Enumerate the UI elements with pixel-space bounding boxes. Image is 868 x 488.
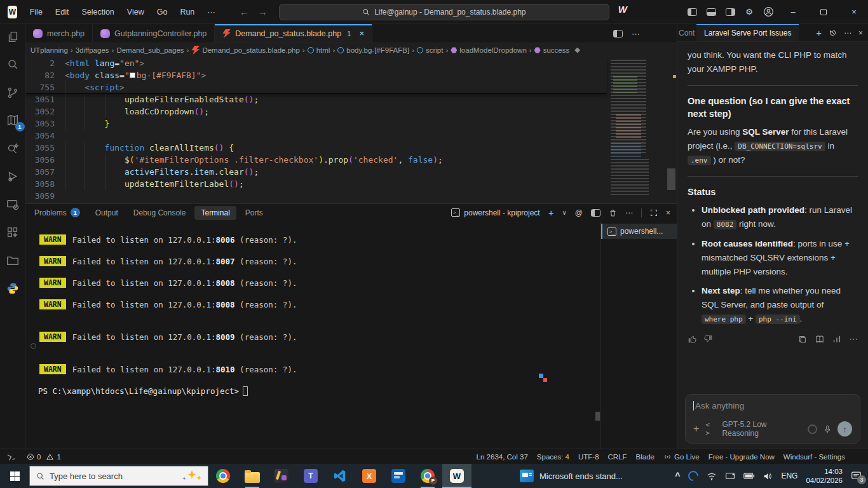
gear-icon[interactable]: ⚙ [741, 4, 757, 20]
code-line[interactable]: 3055function clearAllItems() { [25, 142, 607, 154]
breadcrumb-item[interactable]: UTplanning [31, 46, 68, 54]
code-line[interactable]: 82<body class="bg-[#F9FAFB]"> [25, 69, 607, 81]
menu-run[interactable]: Run [173, 3, 201, 21]
taskbar-teams-icon[interactable]: T [296, 464, 325, 488]
bell-icon[interactable] [853, 452, 862, 461]
breadcrumb-item[interactable]: success [534, 46, 570, 54]
extensions-icon[interactable] [5, 225, 20, 240]
command-decoration[interactable] [31, 343, 36, 349]
insights-icon[interactable] [832, 335, 841, 344]
breadcrumb[interactable]: UTplanning›3diffpages›Demand_sub_pages›D… [25, 43, 677, 57]
panel-tab-ports[interactable]: Ports [239, 206, 269, 220]
breadcrumb-item[interactable]: html [308, 46, 330, 54]
terminal-scrollbar[interactable] [595, 412, 600, 421]
taskbar-windsurf-icon[interactable]: W [442, 464, 471, 488]
source-control-icon[interactable] [5, 85, 20, 100]
code-line[interactable]: 3052loadCcDropdown(); [25, 105, 607, 118]
new-chat-icon[interactable]: + [816, 27, 822, 38]
new-terminal-icon[interactable]: + [548, 207, 554, 218]
editor-scrollbar[interactable] [665, 57, 677, 203]
battery-icon[interactable] [743, 472, 755, 480]
code-line[interactable]: 3056$('#itemFilterOptions .filter-checkb… [25, 154, 607, 166]
panel-tab-debug-console[interactable]: Debug Console [127, 206, 193, 220]
scrollbar-thumb[interactable] [667, 168, 675, 190]
code-line[interactable]: 755<script> [25, 81, 607, 93]
at-icon[interactable]: @ [575, 208, 583, 217]
close-panel-icon[interactable]: × [666, 208, 670, 217]
breadcrumb-item[interactable]: loadModelDropdown [451, 46, 526, 54]
status-crlf[interactable]: CRLF [604, 450, 632, 464]
code-line[interactable]: 3051updateFilterEnabledState(); [25, 93, 607, 105]
split-terminal-icon[interactable] [591, 209, 600, 217]
tab-Demand_po_status.blade.php[interactable]: Demand_po_status.blade.php1× [215, 24, 372, 43]
taskbar-clock[interactable]: 14:03 04/02/2026 [806, 467, 843, 485]
problems-indicator[interactable]: 0 1 [22, 450, 65, 464]
menu-[interactable]: ··· [201, 3, 222, 21]
nav-back-icon[interactable]: ← [240, 6, 249, 17]
terminal-tab-powershell[interactable]: >_ powershell... [601, 224, 677, 239]
breadcrumb-item[interactable]: Demand_po_status.blade.php [191, 46, 299, 55]
news-widget[interactable]: Microsoft ends stand... [520, 464, 623, 488]
run-debug-icon[interactable] [5, 169, 20, 184]
menu-edit[interactable]: Edit [49, 3, 76, 21]
restore-button[interactable] [810, 0, 837, 24]
message-more-icon[interactable]: ⋯ [850, 332, 858, 346]
send-button[interactable]: ↑ [837, 421, 852, 437]
code-line[interactable]: 3057activeFilters.item.clear(); [25, 166, 607, 178]
project-folder-icon[interactable] [5, 253, 20, 268]
tab-merch.php[interactable]: merch.php [25, 24, 93, 43]
chat-tab-active[interactable]: Laravel Serve Port Issues [696, 24, 799, 42]
toggle-panel-icon[interactable] [703, 4, 719, 20]
status-free-upgrade-now[interactable]: Free - Upgrade Now [704, 450, 779, 464]
terminal-dropdown-icon[interactable]: ∨ [562, 209, 566, 216]
status-go-live[interactable]: Go Live [659, 450, 704, 464]
menu-selection[interactable]: Selection [75, 3, 120, 21]
live-preview-icon[interactable] [5, 197, 20, 212]
status-ln-2634-col-37[interactable]: Ln 2634, Col 37 [472, 450, 532, 464]
chat-close-icon[interactable]: × [858, 29, 863, 37]
code-line[interactable]: 3053} [25, 118, 607, 130]
status-utf-8[interactable]: UTF-8 [574, 450, 604, 464]
code-lines[interactable]: 3051updateFilterEnabledState();3052loadC… [25, 93, 607, 202]
code-line[interactable]: 3058updateItemFilterLabel(); [25, 178, 607, 190]
remote-indicator-icon[interactable] [6, 452, 16, 461]
terminal-title[interactable]: >_ powershell - kpiproject [451, 208, 539, 217]
code-line[interactable]: 3059 [25, 190, 607, 202]
code-editor[interactable]: 3051updateFilterEnabledState();3052loadC… [25, 57, 677, 203]
code-context-icon[interactable]: < > [705, 421, 715, 437]
chat-input-box[interactable]: Ask anything + < > GPT-5.2 Low Reasoning… [685, 394, 860, 444]
history-icon[interactable] [829, 29, 837, 37]
taskbar-vscode-icon[interactable] [325, 464, 355, 488]
tab-GutplanningController.php[interactable]: GutplanningController.php [93, 24, 215, 43]
taskbar-chrome-profile-icon[interactable]: P [413, 464, 442, 488]
search-icon[interactable] [5, 57, 20, 72]
open-book-icon[interactable] [815, 335, 824, 344]
toggle-right-sidebar-icon[interactable] [722, 4, 738, 20]
code-line[interactable]: 3054 [25, 130, 607, 142]
menu-view[interactable]: View [121, 3, 151, 21]
volume-icon[interactable] [763, 472, 773, 480]
status-blade[interactable]: Blade [632, 450, 659, 464]
taskbar-chrome-icon[interactable] [208, 464, 238, 488]
minimap[interactable] [607, 57, 665, 198]
chat-more-icon[interactable]: ⋯ [844, 29, 851, 37]
terminal-prompt[interactable]: PS C:\xampp\htdocs\Life@gainup\kpiprojec… [38, 380, 600, 402]
close-button[interactable]: × [840, 0, 868, 24]
status-windsurf-settings[interactable]: Windsurf - Settings [779, 450, 850, 464]
show-hidden-icons[interactable]: ^ [675, 471, 680, 481]
thumbs-up-icon[interactable] [688, 334, 697, 344]
taskbar-xampp-icon[interactable]: X [355, 464, 384, 488]
breadcrumb-item[interactable]: body.bg-[#F9FAFB] [337, 46, 409, 54]
cascade-map-icon[interactable]: 1 [5, 113, 20, 128]
start-button[interactable] [0, 464, 29, 488]
mic-icon[interactable] [824, 424, 831, 434]
wifi-icon[interactable] [707, 472, 717, 480]
drag-handle-blue[interactable] [539, 374, 543, 378]
notification-center-icon[interactable]: 3 [851, 471, 862, 481]
terminal-output[interactable]: WARNFailed to listen on 127.0.0.1:8006 (… [25, 221, 600, 449]
panel-tab-terminal[interactable]: Terminal [194, 206, 236, 220]
thumbs-down-icon[interactable] [703, 334, 713, 344]
toggle-left-sidebar-icon[interactable] [684, 4, 700, 20]
kill-terminal-icon[interactable] [609, 208, 617, 217]
taskbar-file-explorer-icon[interactable] [238, 464, 267, 488]
